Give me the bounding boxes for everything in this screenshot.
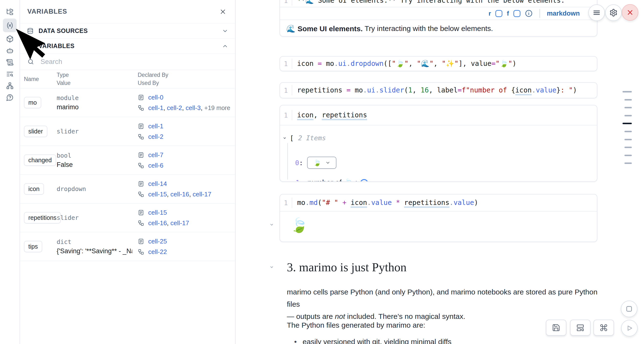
cell-link[interactable]: cell-2 bbox=[148, 133, 163, 140]
cell-editor[interactable]: 1 repetitions = mo.ui.slider(1, 16, labe… bbox=[280, 83, 597, 98]
section-data-sources[interactable]: DATA SOURCES bbox=[20, 23, 235, 38]
variable-row[interactable]: tipsdict{'Saving': '**Saving** - _Na...c… bbox=[20, 232, 235, 261]
variable-value: {'Saving': '**Saving** - _Na... bbox=[57, 247, 132, 255]
cell-link[interactable]: cell-6 bbox=[148, 162, 163, 169]
output-text: Try interacting with the below elements. bbox=[365, 24, 493, 33]
header-declared-by: Declared By bbox=[138, 72, 235, 78]
section-variables[interactable]: VARIABLES bbox=[20, 38, 235, 54]
cell-link[interactable]: cell-2 bbox=[167, 104, 182, 111]
panel-close-button[interactable] bbox=[218, 7, 228, 16]
sidebar-item-snippets[interactable] bbox=[4, 68, 16, 79]
tree-items-count: 2 Items bbox=[298, 134, 326, 142]
gear-icon bbox=[609, 8, 618, 17]
slider-widget[interactable] bbox=[361, 182, 415, 182]
cell-link[interactable]: cell-7 bbox=[148, 151, 163, 159]
more-cells-label[interactable]: +19 more bbox=[204, 104, 230, 111]
info-icon[interactable] bbox=[525, 9, 533, 17]
variable-name-badge[interactable]: tips bbox=[24, 241, 42, 252]
variables-panel: VARIABLES DATA SOURCES VARIABLES bbox=[20, 0, 236, 344]
tree-index: 1 bbox=[296, 179, 300, 182]
cell-link[interactable]: cell-17 bbox=[192, 191, 212, 198]
section-collapse-toggle[interactable] bbox=[268, 264, 275, 270]
cell-link[interactable]: cell-14 bbox=[148, 180, 167, 187]
cell-link[interactable]: cell-15 bbox=[148, 209, 167, 216]
cell-link[interactable]: cell-16 bbox=[148, 219, 167, 227]
variable-name-badge[interactable]: mo bbox=[24, 97, 41, 108]
minimap-cell-mark[interactable] bbox=[622, 123, 632, 124]
cell-link[interactable]: cell-0 bbox=[148, 94, 163, 101]
run-button[interactable] bbox=[621, 320, 638, 337]
variable-row[interactable]: icondropdowncell-14cell-15, cell-16, cel… bbox=[20, 175, 235, 203]
shortcuts-button[interactable] bbox=[594, 320, 614, 336]
checkbox-f[interactable] bbox=[514, 10, 520, 17]
language-label[interactable]: markdown bbox=[547, 10, 580, 17]
cell-link[interactable]: cell-17 bbox=[170, 219, 189, 227]
output-collapse-toggle[interactable] bbox=[268, 222, 275, 228]
variable-type: slider bbox=[57, 214, 138, 221]
sidebar-item-packages[interactable] bbox=[4, 33, 16, 44]
sidebar-item-ai-assistant[interactable] bbox=[4, 45, 16, 56]
menu-button[interactable] bbox=[588, 4, 605, 21]
cell-editor[interactable]: 1 **🌊 Some UI elements.** Try interactin… bbox=[280, 0, 597, 7]
cell-link[interactable]: cell-1 bbox=[148, 104, 163, 111]
command-icon bbox=[600, 324, 608, 332]
cell-editor[interactable]: 1 icon = mo.ui.dropdown(["🍃", "🌊", "✨"],… bbox=[280, 57, 597, 71]
sidebar-item-logs[interactable] bbox=[4, 57, 16, 68]
tree-collapse-toggle[interactable] bbox=[282, 135, 287, 141]
sidebar-item-dependency-graph[interactable] bbox=[4, 80, 16, 91]
settings-button[interactable] bbox=[605, 4, 622, 21]
variable-row[interactable]: sliderslidercell-1cell-2 bbox=[20, 117, 235, 146]
sidebar-item-file-explorer[interactable] bbox=[4, 6, 16, 17]
minimap-cell-mark[interactable] bbox=[624, 107, 632, 108]
stop-button[interactable] bbox=[621, 301, 638, 317]
markdown-cell: 1 **🌊 Some UI elements.** Try interactin… bbox=[280, 0, 597, 36]
variable-type: module bbox=[57, 94, 138, 101]
code-line: icon = mo.ui.dropdown(["🍃", "🌊", "✨"], v… bbox=[292, 58, 516, 69]
layout-button[interactable] bbox=[570, 320, 590, 336]
line-number: 1 bbox=[280, 0, 292, 4]
sidebar-item-variables[interactable] bbox=[3, 18, 16, 32]
footer-toggle-r[interactable]: r bbox=[488, 10, 491, 17]
minimap-cell-mark[interactable] bbox=[622, 91, 632, 92]
minimap-cell-mark[interactable] bbox=[624, 147, 632, 148]
slider-thumb[interactable] bbox=[360, 179, 368, 182]
tree-output: [ 2 Items 0 : 🍃 1 : number of 🍃 : bbox=[280, 125, 597, 182]
variable-name-badge[interactable]: slider bbox=[24, 126, 47, 137]
minimap-cell-mark[interactable] bbox=[624, 115, 632, 116]
cell-link[interactable]: cell-25 bbox=[148, 238, 167, 245]
minimap-cell-mark[interactable] bbox=[624, 162, 632, 164]
cell-link[interactable]: cell-15 bbox=[148, 191, 167, 198]
declared-by-line: cell-1 bbox=[138, 122, 235, 130]
minimap-cell-mark[interactable] bbox=[624, 131, 632, 132]
cell-editor[interactable]: 1 icon, repetitions bbox=[280, 105, 597, 125]
search-input[interactable] bbox=[40, 57, 228, 66]
close-icon bbox=[626, 8, 634, 16]
code-cell-expression: 1 icon, repetitions [ 2 Items 0 : 🍃 bbox=[280, 105, 597, 182]
cell-link[interactable]: cell-16 bbox=[170, 191, 189, 198]
play-icon bbox=[625, 324, 634, 332]
variable-row[interactable]: changedboolFalsecell-7cell-6 bbox=[20, 146, 235, 175]
checkbox-r[interactable] bbox=[495, 10, 502, 17]
minimap-cell-mark[interactable] bbox=[624, 99, 632, 100]
minimap-cell-mark[interactable] bbox=[624, 155, 632, 156]
variable-row[interactable]: momodulemarimocell-0cell-1, cell-2, cell… bbox=[20, 88, 235, 117]
cell-link[interactable]: cell-22 bbox=[148, 248, 167, 255]
bullet-icon: • bbox=[294, 338, 297, 344]
dropdown-widget[interactable]: 🍃 bbox=[307, 157, 336, 169]
variable-name-badge[interactable]: icon bbox=[24, 183, 44, 195]
save-button[interactable] bbox=[546, 320, 566, 336]
cell-link[interactable]: cell-3 bbox=[186, 104, 201, 111]
variable-name-badge[interactable]: changed bbox=[24, 154, 56, 166]
cell-workflow-icon bbox=[138, 249, 144, 255]
shutdown-button[interactable] bbox=[622, 4, 638, 21]
variable-name-badge[interactable]: repetitions bbox=[24, 212, 61, 224]
stop-icon bbox=[625, 305, 633, 313]
save-icon bbox=[552, 324, 560, 332]
section-label: DATA SOURCES bbox=[38, 27, 217, 34]
minimap-cell-mark[interactable] bbox=[624, 139, 632, 140]
sidebar-item-help[interactable] bbox=[4, 92, 16, 103]
cell-editor[interactable]: 1 mo.md("# " + icon.value * repetitions.… bbox=[280, 194, 597, 211]
cell-link[interactable]: cell-1 bbox=[148, 122, 163, 130]
variable-row[interactable]: repetitionsslidercell-15cell-16, cell-17 bbox=[20, 203, 235, 232]
footer-toggle-f[interactable]: f bbox=[507, 10, 509, 17]
